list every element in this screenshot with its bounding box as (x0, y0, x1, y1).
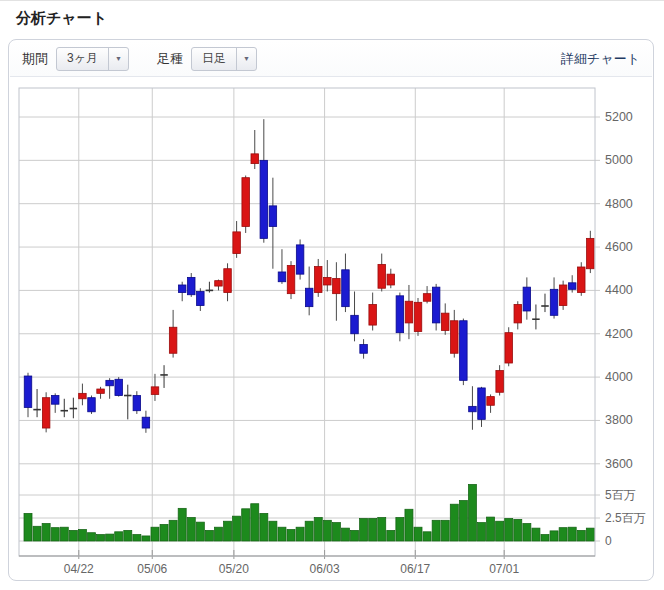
down-candle (432, 287, 440, 323)
up-candle (251, 154, 259, 164)
volume-bar (224, 521, 232, 541)
price-axis-label: 5000 (605, 153, 633, 167)
bartype-label: 足種 (157, 50, 183, 68)
chart-panel: 期間 3ヶ月 ▼ 足種 日足 ▼ 詳細チャート 04/2205/0605/200… (8, 39, 654, 581)
price-axis-label: 3800 (605, 413, 633, 427)
volume-bar (42, 524, 50, 541)
volume-bar (287, 530, 295, 542)
detail-chart-link[interactable]: 詳細チャート (561, 50, 640, 68)
down-candle (188, 277, 196, 294)
price-axis-label: 4200 (605, 327, 633, 341)
up-candle (314, 267, 322, 293)
volume-bar (541, 535, 549, 541)
down-candle (278, 272, 286, 282)
volume-bar (432, 520, 440, 541)
volume-bar (205, 530, 213, 541)
volume-bar (441, 520, 449, 541)
up-candle (487, 397, 495, 406)
volume-bar (523, 524, 531, 541)
down-candle (115, 379, 123, 395)
volume-bar (169, 520, 177, 541)
volume-bar (369, 518, 377, 541)
up-candle (496, 371, 504, 393)
down-candle (142, 417, 150, 428)
up-candle (505, 333, 512, 363)
up-candle (42, 398, 50, 428)
period-dropdown-value: 3ヶ月 (57, 48, 108, 70)
chevron-down-icon[interactable]: ▼ (108, 48, 128, 70)
down-candle (260, 160, 268, 238)
volume-bar (568, 527, 576, 541)
volume-bar (505, 518, 513, 541)
volume-bar (468, 484, 476, 541)
bartype-dropdown[interactable]: 日足 ▼ (191, 47, 257, 71)
volume-bar (577, 530, 585, 541)
up-candle (151, 387, 159, 395)
chevron-down-icon[interactable]: ▼ (236, 48, 256, 70)
x-axis-label: 07/01 (489, 562, 519, 576)
up-candle (423, 294, 431, 302)
down-candle (460, 321, 468, 381)
up-candle (441, 313, 449, 330)
up-candle (405, 301, 413, 323)
candlestick-volume-chart: 04/2205/0605/2006/0306/1707/015200500048… (9, 81, 655, 581)
volume-bar (269, 521, 277, 541)
volume-bar (396, 518, 404, 541)
volume-bar (142, 536, 150, 541)
volume-bar (559, 528, 567, 541)
up-candle (224, 269, 232, 293)
x-axis-label: 05/20 (219, 562, 249, 576)
down-candle (469, 406, 477, 411)
volume-bar (332, 523, 340, 541)
down-candle (178, 285, 186, 293)
up-candle (324, 277, 332, 285)
volume-bar (478, 523, 486, 541)
up-candle (578, 267, 586, 293)
up-candle (387, 274, 395, 285)
down-candle (133, 396, 141, 411)
up-candle (215, 281, 223, 286)
volume-bar (106, 534, 114, 541)
down-candle (342, 270, 350, 307)
up-candle (559, 285, 567, 306)
x-axis-label: 05/06 (137, 562, 167, 576)
volume-bar (87, 533, 95, 541)
down-candle (269, 206, 277, 227)
price-axis-label: 5200 (605, 110, 633, 124)
bartype-dropdown-value: 日足 (192, 48, 236, 70)
volume-bar (532, 528, 540, 541)
volume-bar (423, 532, 431, 541)
volume-bar (378, 518, 386, 541)
price-axis-label: 4800 (605, 197, 633, 211)
x-axis-label: 06/17 (400, 562, 430, 576)
volume-bar (496, 521, 504, 541)
volume-axis-label: 5百万 (605, 488, 636, 502)
volume-bar (550, 531, 558, 541)
up-candle (514, 304, 522, 322)
volume-bar (242, 509, 250, 541)
volume-bar (360, 518, 368, 541)
volume-bar (160, 524, 168, 541)
down-candle (351, 315, 359, 333)
down-candle (478, 388, 486, 419)
down-candle (568, 283, 576, 290)
up-candle (414, 302, 422, 331)
up-candle (287, 265, 295, 293)
volume-bar (233, 516, 241, 541)
plot-border (19, 88, 595, 556)
volume-bar (414, 527, 422, 541)
up-candle (233, 232, 241, 254)
chart-toolbar: 期間 3ヶ月 ▼ 足種 日足 ▼ 詳細チャート (10, 41, 652, 77)
price-axis-label: 4400 (605, 283, 633, 297)
up-candle (378, 264, 386, 288)
volume-bar (151, 527, 159, 541)
period-dropdown[interactable]: 3ヶ月 ▼ (56, 47, 129, 71)
down-candle (24, 376, 32, 407)
volume-bar (133, 535, 141, 541)
volume-bar (187, 518, 195, 541)
volume-bar (341, 528, 349, 541)
volume-bar (251, 504, 259, 541)
down-candle (197, 291, 205, 305)
volume-bar (260, 513, 268, 541)
analysis-chart-page: 分析チャート 期間 3ヶ月 ▼ 足種 日足 ▼ 詳細チャート 04/2205/0… (0, 0, 664, 590)
